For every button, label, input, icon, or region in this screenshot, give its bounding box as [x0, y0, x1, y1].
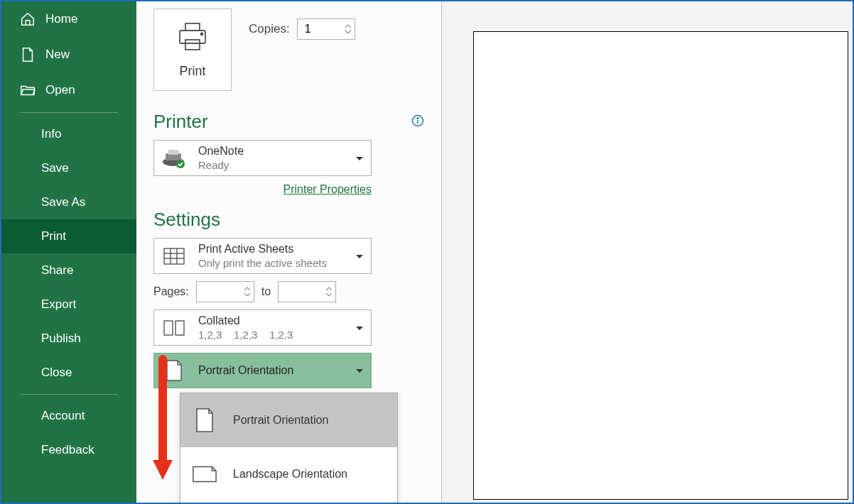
- print-what-dropdown[interactable]: Print Active Sheets Only print the activ…: [153, 238, 372, 274]
- printer-properties-link[interactable]: Printer Properties: [153, 183, 372, 196]
- chevron-down-icon[interactable]: [244, 292, 251, 297]
- chevron-down-icon: [355, 250, 364, 263]
- chevron-up-icon[interactable]: [345, 23, 352, 29]
- chevron-down-icon[interactable]: [325, 292, 333, 297]
- svg-rect-2: [185, 40, 200, 50]
- sidebar-item-open[interactable]: Open: [1, 72, 136, 108]
- copies-value: 1: [305, 23, 311, 35]
- printer-dropdown[interactable]: OneNote Ready: [153, 140, 372, 176]
- sidebar-label: Feedback: [41, 443, 94, 457]
- sidebar-label: Share: [41, 263, 73, 278]
- svg-marker-18: [153, 460, 173, 480]
- chevron-down-icon: [355, 152, 364, 165]
- printer-status: Ready: [198, 159, 344, 171]
- orientation-option-landscape[interactable]: Landscape Orientation: [180, 447, 397, 501]
- chevron-down-icon: [355, 322, 364, 334]
- pages-to-label: to: [261, 285, 271, 298]
- sidebar-label: Close: [41, 366, 72, 380]
- preview-page: [473, 31, 848, 500]
- portrait-page-icon: [192, 406, 217, 434]
- pages-from-spinner[interactable]: [196, 281, 254, 302]
- print-preview-pane: [442, 1, 853, 503]
- sidebar-item-save[interactable]: Save: [1, 151, 136, 185]
- svg-rect-0: [185, 23, 200, 31]
- collation-line1: Collated: [198, 314, 344, 327]
- sidebar-label: Print: [41, 229, 66, 243]
- copies-spinner[interactable]: 1: [297, 18, 355, 40]
- sidebar-label: Publish: [41, 332, 81, 346]
- sidebar-divider: [20, 394, 118, 395]
- home-icon: [20, 11, 36, 27]
- orientation-dropdown-menu: Portrait Orientation Landscape Orientati…: [180, 393, 398, 504]
- chevron-up-icon[interactable]: [325, 286, 333, 292]
- collation-line2: 1,2,3 1,2,3 1,2,3: [198, 329, 344, 341]
- backstage-sidebar: Home New Open Info Save Save As Print Sh…: [1, 1, 136, 503]
- svg-rect-16: [175, 321, 184, 335]
- orientation-dropdown[interactable]: Portrait Orientation: [153, 353, 372, 388]
- sidebar-item-export[interactable]: Export: [1, 287, 136, 322]
- sidebar-label: Save As: [41, 195, 85, 209]
- sidebar-item-publish[interactable]: Publish: [1, 322, 136, 356]
- printer-icon: [175, 21, 210, 55]
- settings-section-title: Settings: [153, 209, 220, 231]
- sidebar-item-new[interactable]: New: [1, 37, 136, 72]
- orientation-option-label: Portrait Orientation: [233, 414, 328, 427]
- sidebar-divider: [20, 112, 118, 113]
- orientation-option-portrait[interactable]: Portrait Orientation: [180, 393, 397, 447]
- pages-to-spinner[interactable]: [278, 281, 336, 302]
- sidebar-label: Info: [41, 127, 61, 141]
- pages-label: Pages:: [153, 285, 189, 298]
- collation-dropdown[interactable]: Collated 1,2,3 1,2,3 1,2,3: [153, 309, 372, 346]
- sidebar-label: Account: [41, 409, 85, 423]
- landscape-page-icon: [192, 460, 217, 488]
- print-button-label: Print: [179, 64, 205, 79]
- scaling-dropdown-peek[interactable]: No Scaling: [180, 501, 397, 504]
- svg-point-9: [176, 160, 185, 168]
- sidebar-item-info[interactable]: Info: [1, 117, 136, 151]
- sidebar-label: Export: [41, 297, 76, 312]
- print-button[interactable]: Print: [153, 9, 232, 91]
- svg-rect-8: [168, 150, 178, 155]
- copies-label: Copies:: [249, 22, 290, 36]
- info-icon[interactable]: [411, 114, 424, 130]
- sidebar-item-print[interactable]: Print: [1, 219, 136, 253]
- new-doc-icon: [20, 47, 36, 62]
- sidebar-label: Open: [45, 83, 75, 97]
- chevron-down-icon: [355, 364, 364, 377]
- print-what-line1: Print Active Sheets: [198, 243, 344, 256]
- sidebar-item-share[interactable]: Share: [1, 253, 136, 287]
- printer-ready-icon: [161, 146, 187, 171]
- sidebar-item-account[interactable]: Account: [1, 399, 136, 433]
- chevron-up-icon[interactable]: [244, 286, 251, 292]
- printer-name: OneNote: [198, 145, 344, 158]
- sidebar-label: Home: [45, 12, 77, 26]
- sidebar-item-feedback[interactable]: Feedback: [1, 433, 136, 467]
- sheets-icon: [161, 243, 187, 269]
- sidebar-item-close[interactable]: Close: [1, 356, 136, 390]
- sidebar-item-save-as[interactable]: Save As: [1, 185, 136, 219]
- annotation-arrow-icon: [148, 355, 177, 486]
- orientation-selected: Portrait Orientation: [198, 364, 344, 377]
- svg-rect-15: [164, 321, 173, 335]
- printer-section-title: Printer: [153, 111, 208, 133]
- sidebar-item-home[interactable]: Home: [1, 1, 136, 37]
- sidebar-label: Save: [41, 161, 69, 175]
- svg-point-3: [201, 33, 203, 35]
- collated-icon: [161, 315, 187, 341]
- svg-point-5: [417, 117, 418, 119]
- chevron-down-icon[interactable]: [345, 29, 352, 35]
- orientation-option-label: Landscape Orientation: [233, 468, 347, 481]
- print-what-line2: Only print the active sheets: [198, 257, 344, 269]
- sidebar-label: New: [45, 48, 70, 62]
- svg-rect-10: [164, 248, 184, 264]
- folder-open-icon: [20, 82, 36, 98]
